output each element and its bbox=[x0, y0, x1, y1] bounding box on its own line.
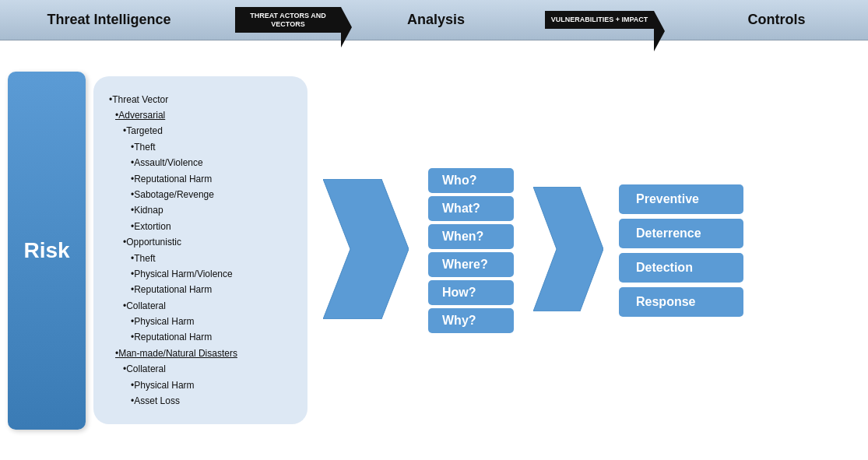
threat-item-10: •Theft bbox=[109, 251, 296, 266]
threat-item-1: •Adversarial bbox=[109, 107, 296, 123]
control-deterrence: Deterrence bbox=[619, 219, 743, 248]
arrow-1 bbox=[323, 179, 409, 322]
control-detection: Detection bbox=[619, 253, 743, 283]
threat-item-7: •Kidnap bbox=[109, 202, 296, 218]
threat-item-6: •Sabotage/Revenge bbox=[109, 187, 296, 202]
threat-item-5: •Reputational Harm bbox=[109, 171, 296, 187]
header-title-controls: Controls bbox=[733, 12, 821, 28]
header-bar: Threat Intelligence THREAT ACTORS AND VE… bbox=[0, 0, 868, 40]
control-preventive: Preventive bbox=[619, 184, 743, 214]
header-section-threat-actors: THREAT ACTORS AND VECTORS bbox=[218, 7, 358, 33]
question-what: What? bbox=[428, 196, 514, 221]
main-content: Risk •Threat Vector •Adversarial •Target… bbox=[0, 40, 868, 460]
threat-item-16: •Man-made/Natural Disasters bbox=[109, 346, 296, 361]
header-section-analysis: Analysis bbox=[358, 12, 514, 28]
threat-item-8: •Extortion bbox=[109, 219, 296, 234]
header-title-analysis: Analysis bbox=[392, 12, 480, 28]
risk-label: Risk bbox=[23, 238, 69, 263]
arrow-2 bbox=[533, 187, 603, 314]
control-response: Response bbox=[619, 287, 743, 317]
svg-marker-1 bbox=[533, 187, 603, 311]
arrow-2-svg bbox=[533, 187, 603, 311]
threat-item-17: •Collateral bbox=[109, 361, 296, 377]
question-where: Where? bbox=[428, 252, 514, 277]
threat-item-19: •Asset Loss bbox=[109, 393, 296, 409]
threat-item-4: •Assault/Violence bbox=[109, 155, 296, 170]
arrow-1-svg bbox=[323, 179, 409, 319]
header-title-threat-intelligence: Threat Intelligence bbox=[31, 12, 186, 28]
threat-item-13: •Collateral bbox=[109, 298, 296, 314]
analysis-questions-box: Who? What? When? Where? How? Why? bbox=[428, 168, 514, 333]
threat-item-12: •Reputational Harm bbox=[109, 282, 296, 297]
threat-item-9: •Opportunistic bbox=[109, 234, 296, 250]
header-section-controls: Controls bbox=[685, 12, 868, 28]
threat-list-box: •Threat Vector •Adversarial •Targeted •T… bbox=[93, 76, 307, 425]
risk-box: Risk bbox=[8, 72, 86, 430]
threat-item-11: •Physical Harm/Violence bbox=[109, 266, 296, 282]
question-how: How? bbox=[428, 280, 514, 305]
question-why: Why? bbox=[428, 308, 514, 333]
controls-box: Preventive Deterrence Detection Response bbox=[619, 184, 743, 317]
threat-item-18: •Physical Harm bbox=[109, 377, 296, 393]
threat-item-14: •Physical Harm bbox=[109, 314, 296, 329]
threat-item-15: •Reputational Harm bbox=[109, 329, 296, 345]
threat-item-2: •Targeted bbox=[109, 123, 296, 139]
header-section-vulnerabilities: VULNERABILITIES + IMPACT bbox=[514, 11, 685, 29]
question-when: When? bbox=[428, 224, 514, 249]
header-badge-threat-actors: THREAT ACTORS AND VECTORS bbox=[235, 7, 341, 33]
header-section-threat-intelligence: Threat Intelligence bbox=[0, 12, 218, 28]
svg-marker-0 bbox=[323, 179, 409, 319]
threat-item-3: •Theft bbox=[109, 139, 296, 155]
header-badge-vulnerabilities: VULNERABILITIES + IMPACT bbox=[545, 11, 655, 29]
threat-item-0: •Threat Vector bbox=[109, 92, 296, 107]
question-who: Who? bbox=[428, 168, 514, 193]
